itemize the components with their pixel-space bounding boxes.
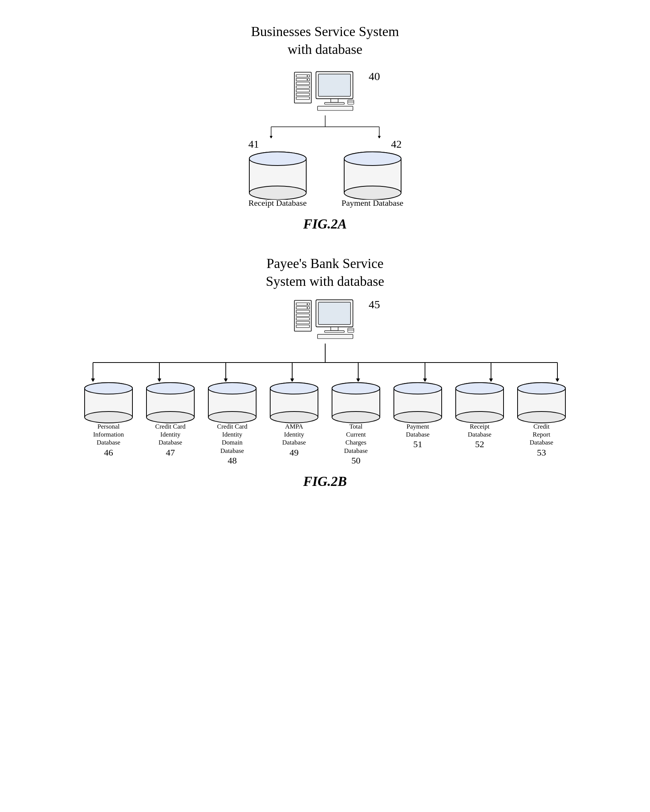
db51-label: PaymentDatabase [406,423,430,439]
db-50-total-current-charges: TotalCurrentChargesDatabase 50 [329,382,384,466]
db50-ref: 50 [351,456,360,466]
svg-rect-51 [348,328,354,332]
db49-cylinder [267,382,322,423]
db-52-receipt: ReceiptDatabase 52 [452,382,507,450]
svg-rect-43 [296,325,309,328]
fig2a-computer-wrapper: 40 [291,66,359,115]
fig2a-label: FIG.2A [303,216,347,232]
fig2a-ref40: 40 [369,70,380,83]
svg-rect-39 [296,310,309,313]
svg-rect-6 [296,93,309,96]
svg-rect-4 [296,86,309,88]
db-47-credit-card-identity: Credit CardIdentityDatabase 47 [143,382,198,458]
db46-ref: 46 [104,448,113,458]
svg-point-107 [394,383,442,394]
receipt-db-label: Receipt Database [249,198,307,209]
svg-point-29 [249,152,306,166]
svg-point-106 [394,412,442,423]
db51-ref: 51 [413,439,422,449]
svg-point-113 [456,383,504,394]
payment-db-label: Payment Database [342,198,403,209]
fig2b-label: FIG.2B [303,473,347,489]
svg-point-9 [307,79,308,80]
svg-point-45 [307,307,308,308]
db49-label: AMPAIdentityDatabase [282,423,306,447]
db48-cylinder [205,382,260,423]
svg-point-112 [456,412,504,423]
svg-marker-21 [269,136,272,138]
page: Businesses Service Systemwith database [0,0,650,812]
fig2a-databases: 41 Receipt Database 42 [246,138,405,209]
db47-label: Credit CardIdentityDatabase [155,423,186,447]
fig2b-section: Payee's Bank ServiceSystem with database [23,255,627,501]
svg-rect-49 [324,331,344,333]
svg-rect-14 [317,106,353,110]
db48-label: Credit CardIdentityDomainDatabase [217,423,247,455]
svg-point-8 [307,75,308,76]
db-53-credit-report: CreditReportDatabase 53 [514,382,569,458]
db48-ref: 48 [228,456,237,466]
svg-point-82 [146,412,194,423]
svg-rect-7 [296,97,309,99]
db46-cylinder [81,382,136,423]
fig2b-ref45: 45 [369,298,380,311]
db50-label: TotalCurrentChargesDatabase [344,423,368,455]
svg-point-119 [518,383,565,394]
svg-rect-41 [296,318,309,320]
svg-marker-71 [556,378,559,382]
receipt-db-cylinder [246,150,310,200]
svg-marker-67 [423,378,427,382]
svg-point-95 [270,383,318,394]
db49-ref: 49 [290,448,299,458]
fig2a-computer-icon [291,66,359,115]
svg-marker-23 [378,136,381,138]
svg-rect-13 [324,102,344,104]
svg-point-88 [208,412,256,423]
svg-rect-11 [318,74,351,96]
fig2b-computer-icon [291,294,359,344]
fig2b-databases-row: PersonalInformationDatabase 46 Credit Ca… [81,382,569,466]
db-48-credit-card-domain: Credit CardIdentityDomainDatabase 48 [205,382,260,466]
fig2a-ref42: 42 [391,138,402,150]
db52-cylinder [452,382,507,423]
db-51-payment: PaymentDatabase 51 [390,382,445,450]
db47-ref: 47 [166,448,175,458]
svg-point-118 [518,412,565,423]
svg-rect-47 [318,302,351,325]
svg-rect-50 [317,334,353,338]
fig2a-connector-lines [183,115,467,138]
db53-ref: 53 [537,448,546,458]
svg-point-77 [85,383,132,394]
svg-rect-3 [296,82,309,85]
db-49-ampa-identity: AMPAIdentityDatabase 49 [267,382,322,458]
db52-ref: 52 [475,439,484,449]
fig2a-section: Businesses Service Systemwith database [23,23,627,243]
svg-point-89 [208,383,256,394]
svg-rect-12 [331,99,338,102]
fig2a-title: Businesses Service Systemwith database [251,23,399,58]
svg-rect-42 [296,321,309,324]
svg-marker-65 [356,378,360,382]
svg-point-100 [332,412,380,423]
svg-marker-63 [290,378,294,382]
receipt-database-41: 41 Receipt Database [246,138,310,209]
fig2b-connector-lines [60,344,591,382]
svg-marker-69 [489,378,493,382]
svg-marker-59 [157,378,161,382]
db52-label: ReceiptDatabase [468,423,491,439]
payment-db-cylinder [340,150,405,200]
db-46-personal-info: PersonalInformationDatabase 46 [81,382,136,458]
svg-point-94 [270,412,318,423]
fig2b-title: Payee's Bank ServiceSystem with database [266,255,384,290]
svg-marker-57 [91,378,95,382]
svg-point-44 [307,303,308,304]
db53-cylinder [514,382,569,423]
svg-marker-61 [224,378,228,382]
svg-rect-40 [296,314,309,317]
fig2a-ref41: 41 [249,138,259,150]
db46-label: PersonalInformationDatabase [93,423,124,447]
svg-point-76 [85,412,132,423]
svg-rect-15 [348,100,354,104]
db51-cylinder [390,382,445,423]
payment-database-42: 42 Payment Database [340,138,405,209]
